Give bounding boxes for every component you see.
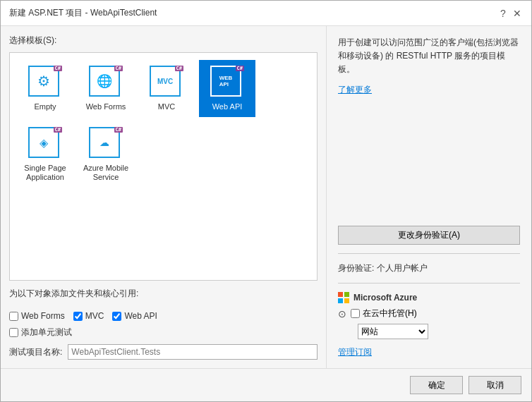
title-controls: ? ✕ bbox=[497, 8, 523, 19]
unit-test-label[interactable]: 添加单元测试 bbox=[9, 327, 72, 339]
website-dropdown[interactable]: 网站 bbox=[358, 324, 428, 339]
template-item-azure[interactable]: C# ☁ Azure Mobile Service bbox=[78, 121, 134, 188]
title-bar: 新建 ASP.NET 项目 - WebApiTestClient ? ✕ bbox=[1, 1, 531, 26]
mvc-icon: C# MVC bbox=[150, 66, 181, 97]
template-item-spa[interactable]: C# ◈ Single Page Application bbox=[17, 121, 73, 188]
azure-symbol: ☁ bbox=[99, 137, 109, 148]
api-text: WEBAPI bbox=[219, 75, 233, 87]
webforms-icon-container: C# 🌐 bbox=[89, 66, 123, 99]
svg-rect-3 bbox=[344, 298, 349, 303]
webforms-checkbox-label[interactable]: Web Forms bbox=[9, 311, 65, 321]
azure-logo-icon bbox=[338, 292, 349, 303]
help-button[interactable]: ? bbox=[497, 8, 509, 19]
dropdown-row: 网站 bbox=[358, 324, 520, 339]
host-checkbox[interactable] bbox=[351, 309, 360, 318]
gear-icon: ⚙ bbox=[37, 73, 50, 90]
mvc-label: MVC bbox=[158, 102, 175, 111]
ok-button[interactable]: 确定 bbox=[410, 376, 463, 394]
mvc-checkbox-label[interactable]: MVC bbox=[73, 311, 104, 321]
template-item-webapi[interactable]: C# WEBAPI Web API bbox=[199, 60, 255, 117]
cs-badge: C# bbox=[114, 66, 123, 71]
spa-icon: C# ◈ bbox=[28, 127, 59, 158]
cs-badge: C# bbox=[114, 127, 123, 133]
globe-icon: 🌐 bbox=[97, 73, 112, 89]
folders-label: 为以下对象添加文件夹和核心引用: bbox=[9, 288, 318, 300]
divider1 bbox=[338, 253, 520, 254]
host-row: ⊙ 在云中托管(H) bbox=[338, 307, 520, 319]
webapi-checkbox-text: Web API bbox=[124, 311, 157, 321]
change-auth-button[interactable]: 更改身份验证(A) bbox=[338, 226, 520, 245]
manage-subscription-link[interactable]: 管理订阅 bbox=[338, 346, 520, 358]
template-item-empty[interactable]: C# ⚙ Empty bbox=[17, 60, 73, 117]
spa-label: Single Page Application bbox=[21, 164, 69, 182]
right-panel: 用于创建可以访问范围广泛的客户端(包括浏览器和移动设备) 的 RESTful H… bbox=[327, 26, 531, 368]
cs-badge: C# bbox=[175, 66, 183, 71]
cs-badge: C# bbox=[54, 66, 62, 71]
webforms-checkbox-text: Web Forms bbox=[21, 311, 65, 321]
webapi-checkbox-label[interactable]: Web API bbox=[112, 311, 157, 321]
webapi-icon: C# WEBAPI bbox=[210, 66, 241, 97]
spacer bbox=[338, 103, 520, 176]
azure-icon-container: C# ☁ bbox=[89, 127, 123, 161]
learn-more-link[interactable]: 了解更多 bbox=[338, 84, 520, 96]
azure-icon: C# ☁ bbox=[89, 127, 120, 158]
mvc-checkbox[interactable] bbox=[73, 312, 83, 321]
folders-checkboxes: Web Forms MVC Web API bbox=[9, 311, 318, 321]
template-grid: C# ⚙ Empty C# 🌐 Web Forms bbox=[9, 52, 318, 281]
webapi-checkbox[interactable] bbox=[112, 312, 121, 321]
host-checkbox-label[interactable]: 在云中托管(H) bbox=[351, 307, 417, 319]
template-section-label: 选择模板(S): bbox=[9, 35, 318, 47]
dialog-title: 新建 ASP.NET 项目 - WebApiTestClient bbox=[9, 7, 157, 19]
webforms-icon: C# 🌐 bbox=[89, 66, 120, 97]
webapi-icon-container: C# WEBAPI bbox=[210, 66, 244, 99]
auth-label: 身份验证: 个人用户帐户 bbox=[338, 262, 520, 274]
unit-test-checkbox[interactable] bbox=[9, 328, 18, 337]
webforms-label: Web Forms bbox=[86, 102, 126, 111]
svg-rect-2 bbox=[338, 298, 343, 303]
empty-label: Empty bbox=[34, 102, 56, 111]
azure-title: Microsoft Azure bbox=[338, 292, 520, 303]
left-panel: 选择模板(S): C# ⚙ Empty bbox=[1, 26, 327, 368]
test-project-label: 测试项目名称: bbox=[9, 346, 62, 358]
webapi-label: Web API bbox=[212, 102, 243, 111]
azure-label: Azure Mobile Service bbox=[82, 164, 130, 182]
empty-icon: C# ⚙ bbox=[28, 66, 59, 97]
test-project-input[interactable] bbox=[68, 344, 318, 360]
description-text: 用于创建可以访问范围广泛的客户端(包括浏览器和移动设备) 的 RESTful H… bbox=[338, 36, 520, 77]
svg-rect-1 bbox=[344, 292, 349, 297]
empty-icon-container: C# ⚙ bbox=[28, 66, 62, 99]
azure-title-text: Microsoft Azure bbox=[353, 293, 417, 303]
cs-badge: C# bbox=[54, 127, 62, 133]
svg-rect-0 bbox=[338, 292, 343, 297]
unit-test-row: 添加单元测试 bbox=[9, 327, 318, 339]
cancel-button[interactable]: 取消 bbox=[468, 376, 521, 394]
azure-section: Microsoft Azure ⊙ 在云中托管(H) 网站 管理订阅 bbox=[338, 292, 520, 358]
dialog-footer: 确定 取消 bbox=[1, 368, 531, 401]
auth-section: 身份验证: 个人用户帐户 bbox=[338, 262, 520, 274]
template-item-mvc[interactable]: C# MVC MVC bbox=[138, 60, 195, 117]
webforms-checkbox[interactable] bbox=[9, 312, 18, 321]
dialog-body: 选择模板(S): C# ⚙ Empty bbox=[1, 26, 531, 368]
close-button[interactable]: ✕ bbox=[512, 8, 523, 19]
azure-logo bbox=[338, 292, 349, 303]
divider2 bbox=[338, 283, 520, 284]
mvc-checkbox-text: MVC bbox=[85, 311, 104, 321]
mvc-text: MVC bbox=[157, 78, 173, 85]
unit-test-text: 添加单元测试 bbox=[21, 327, 72, 339]
auth-label-text: 身份验证: bbox=[338, 263, 374, 273]
test-project-row: 测试项目名称: bbox=[9, 344, 318, 360]
template-item-webforms[interactable]: C# 🌐 Web Forms bbox=[78, 60, 134, 117]
expand-icon[interactable]: ⊙ bbox=[338, 308, 346, 319]
spa-icon-container: C# ◈ bbox=[28, 127, 62, 161]
host-label-text: 在云中托管(H) bbox=[363, 307, 417, 319]
auth-value-text: 个人用户帐户 bbox=[377, 263, 428, 273]
bottom-section: 为以下对象添加文件夹和核心引用: Web Forms MVC Web API bbox=[9, 288, 318, 360]
dialog: 新建 ASP.NET 项目 - WebApiTestClient ? ✕ 选择模… bbox=[0, 0, 532, 402]
mvc-icon-container: C# MVC bbox=[150, 66, 183, 99]
cs-badge: C# bbox=[236, 66, 244, 71]
spa-gear-icon: ◈ bbox=[40, 136, 48, 150]
